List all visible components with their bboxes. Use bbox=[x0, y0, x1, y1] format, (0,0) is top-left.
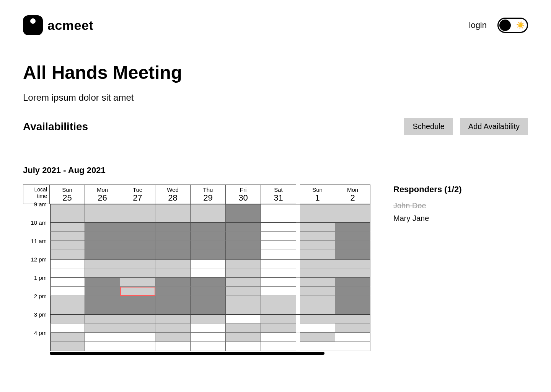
availability-slot[interactable] bbox=[261, 342, 296, 351]
availability-slot[interactable] bbox=[261, 259, 296, 268]
availability-slot[interactable] bbox=[85, 287, 120, 296]
availability-slot[interactable] bbox=[191, 232, 226, 241]
availability-slot[interactable] bbox=[261, 314, 296, 323]
availability-slot[interactable] bbox=[226, 296, 261, 305]
availability-slot[interactable] bbox=[155, 287, 191, 296]
logo[interactable]: acmeet bbox=[23, 15, 93, 35]
availability-slot[interactable] bbox=[120, 323, 155, 333]
availability-slot[interactable] bbox=[335, 213, 370, 222]
availability-slot[interactable] bbox=[155, 323, 191, 333]
availability-slot[interactable] bbox=[191, 268, 226, 278]
availability-slot[interactable] bbox=[226, 323, 261, 333]
availability-slot[interactable] bbox=[226, 314, 261, 323]
availability-slot[interactable] bbox=[120, 278, 155, 287]
availability-slot[interactable] bbox=[335, 204, 370, 213]
availability-slot[interactable] bbox=[191, 241, 226, 250]
availability-slot[interactable] bbox=[85, 342, 120, 351]
availability-slot[interactable] bbox=[261, 232, 296, 241]
availability-slot[interactable] bbox=[191, 278, 226, 287]
availability-slot[interactable] bbox=[191, 287, 226, 296]
availability-slot[interactable] bbox=[335, 259, 370, 268]
availability-slot[interactable] bbox=[226, 250, 261, 259]
availability-slot[interactable] bbox=[226, 268, 261, 278]
availability-slot[interactable] bbox=[261, 305, 296, 314]
availability-slot[interactable] bbox=[50, 305, 85, 314]
availability-slot[interactable] bbox=[120, 268, 155, 278]
availability-slot[interactable] bbox=[50, 323, 85, 333]
availability-slot[interactable] bbox=[85, 278, 120, 287]
availability-slot[interactable] bbox=[50, 278, 85, 287]
availability-slot[interactable] bbox=[50, 241, 85, 250]
availability-slot[interactable] bbox=[226, 222, 261, 232]
availability-slot[interactable] bbox=[120, 204, 155, 213]
availability-slot[interactable] bbox=[155, 305, 191, 314]
availability-slot[interactable] bbox=[120, 213, 155, 222]
availability-slot[interactable] bbox=[300, 222, 335, 232]
availability-slot[interactable] bbox=[50, 213, 85, 222]
availability-slot[interactable] bbox=[335, 323, 370, 333]
availability-slot[interactable] bbox=[120, 333, 155, 342]
availability-slot[interactable] bbox=[261, 333, 296, 342]
availability-slot[interactable] bbox=[191, 314, 226, 323]
schedule-button[interactable]: Schedule bbox=[404, 118, 453, 135]
availability-slot[interactable] bbox=[50, 287, 85, 296]
availability-slot[interactable] bbox=[300, 342, 335, 351]
availability-slot[interactable] bbox=[120, 222, 155, 232]
availability-slot[interactable] bbox=[50, 222, 85, 232]
availability-slot[interactable] bbox=[155, 250, 191, 259]
availability-slot[interactable] bbox=[261, 268, 296, 278]
availability-slot[interactable] bbox=[50, 268, 85, 278]
availability-slot[interactable] bbox=[300, 287, 335, 296]
availability-slot[interactable] bbox=[120, 232, 155, 241]
availability-slot[interactable] bbox=[191, 305, 226, 314]
availability-slot[interactable] bbox=[226, 241, 261, 250]
availability-slot[interactable] bbox=[191, 296, 226, 305]
availability-slot[interactable] bbox=[261, 204, 296, 213]
availability-slot[interactable] bbox=[226, 287, 261, 296]
availability-slot[interactable] bbox=[120, 250, 155, 259]
availability-slot[interactable] bbox=[50, 296, 85, 305]
availability-slot[interactable] bbox=[226, 259, 261, 268]
availability-slot[interactable] bbox=[335, 287, 370, 296]
add-availability-button[interactable]: Add Availability bbox=[460, 118, 528, 135]
availability-slot[interactable] bbox=[300, 241, 335, 250]
availability-slot[interactable] bbox=[191, 213, 226, 222]
availability-slot[interactable] bbox=[120, 305, 155, 314]
availability-slot[interactable] bbox=[50, 232, 85, 241]
availability-slot[interactable] bbox=[335, 241, 370, 250]
availability-slot[interactable] bbox=[335, 278, 370, 287]
availability-slot[interactable] bbox=[191, 259, 226, 268]
availability-slot[interactable] bbox=[155, 213, 191, 222]
availability-slot[interactable] bbox=[120, 241, 155, 250]
availability-slot[interactable] bbox=[155, 342, 191, 351]
availability-slot[interactable] bbox=[261, 213, 296, 222]
availability-slot[interactable] bbox=[261, 250, 296, 259]
availability-slot[interactable] bbox=[191, 333, 226, 342]
availability-slot[interactable] bbox=[226, 232, 261, 241]
availability-slot[interactable] bbox=[120, 296, 155, 305]
availability-slot[interactable] bbox=[85, 241, 120, 250]
availability-slot[interactable] bbox=[50, 314, 85, 323]
theme-toggle[interactable]: ☀️ bbox=[497, 18, 528, 33]
availability-slot[interactable] bbox=[50, 204, 85, 213]
availability-slot[interactable] bbox=[261, 323, 296, 333]
availability-slot[interactable] bbox=[335, 333, 370, 342]
availability-slot[interactable] bbox=[300, 204, 335, 213]
availability-slot[interactable] bbox=[226, 333, 261, 342]
availability-slot[interactable] bbox=[85, 268, 120, 278]
availability-slot[interactable] bbox=[226, 305, 261, 314]
availability-slot[interactable] bbox=[155, 314, 191, 323]
availability-slot[interactable] bbox=[300, 323, 335, 333]
availability-slot[interactable] bbox=[300, 305, 335, 314]
availability-slot[interactable] bbox=[85, 296, 120, 305]
availability-slot[interactable] bbox=[335, 232, 370, 241]
availability-slot[interactable] bbox=[120, 287, 155, 296]
availability-slot[interactable] bbox=[300, 213, 335, 222]
availability-slot[interactable] bbox=[261, 241, 296, 250]
availability-slot[interactable] bbox=[85, 204, 120, 213]
availability-slot[interactable] bbox=[155, 268, 191, 278]
availability-slot[interactable] bbox=[335, 250, 370, 259]
scroll-indicator[interactable] bbox=[50, 352, 324, 355]
availability-slot[interactable] bbox=[300, 333, 335, 342]
availability-slot[interactable] bbox=[261, 278, 296, 287]
